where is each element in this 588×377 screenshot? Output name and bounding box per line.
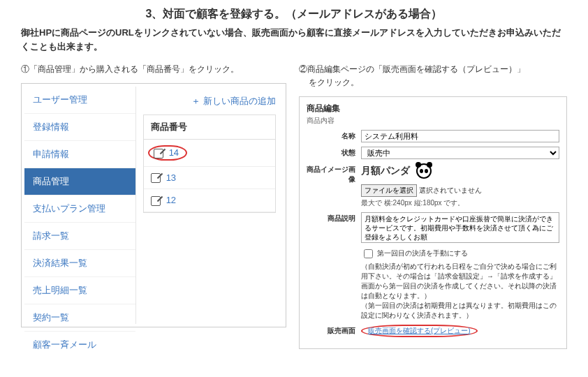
desc-label: 商品説明	[307, 212, 361, 223]
desc-field[interactable]	[361, 212, 559, 243]
sidebar-item-bulk-mail[interactable]: 顧客一斉メール	[24, 332, 135, 356]
name-field[interactable]	[361, 130, 559, 142]
section-subheading: 御社HPに商品ページのURLをリンクされていない場合、販売画面から顧客に直接メー…	[21, 26, 567, 53]
sidebar-item-application[interactable]: 申請情報	[24, 141, 135, 168]
file-note: 最大で 横:240px 縦:180px です。	[361, 198, 559, 208]
manual-first-payment-checkbox[interactable]	[364, 249, 373, 258]
edit-icon	[151, 196, 161, 206]
edit-icon	[151, 173, 161, 183]
step-2-caption: ②商品編集ページの「販売画面を確認する（プレビュー）」 をクリック。	[299, 63, 567, 89]
right-panel: 商品編集 商品内容 名称 状態 販売中 商品イメージ画像 月額パ	[299, 96, 567, 349]
sidebar-item-user-mgmt[interactable]: ユーザー管理	[24, 87, 135, 114]
edit-icon	[154, 149, 163, 158]
sidebar-item-contracts[interactable]: 契約一覧	[24, 304, 135, 332]
sidebar-item-product-mgmt[interactable]: 商品管理	[24, 168, 135, 195]
sidebar-item-settlement-results[interactable]: 決済結果一覧	[24, 250, 135, 277]
left-panel: ユーザー管理 登録情報 申請情報 商品管理 支払いプラン管理 請求一覧 決済結果…	[21, 83, 286, 327]
step-1-caption: ①「商品管理」から購入される「商品番号」をクリック。	[21, 63, 286, 76]
table-row[interactable]: 13	[144, 167, 275, 190]
checkbox-detail: （自動決済が初めて行われる日程をご自分で決める場合にご利用下さい。その場合は「請…	[361, 262, 559, 320]
status-label: 状態	[307, 147, 361, 158]
preview-link[interactable]: 販売画面を確認する(プレビュー)	[368, 327, 471, 334]
checkbox-label: 第一回目の決済を手動にする	[377, 249, 468, 257]
sidebar-item-invoices[interactable]: 請求一覧	[24, 223, 135, 250]
panel-subtitle: 商品内容	[307, 116, 559, 130]
sidebar-item-registration[interactable]: 登録情報	[24, 114, 135, 141]
left-column: ①「商品管理」から購入される「商品番号」をクリック。 ユーザー管理 登録情報 申…	[21, 63, 286, 349]
panel-title: 商品編集	[307, 101, 559, 116]
right-column: ②商品編集ページの「販売画面を確認する（プレビュー）」 をクリック。 商品編集 …	[299, 63, 567, 349]
file-status: 選択されていません	[419, 186, 482, 194]
name-label: 名称	[307, 130, 361, 141]
content-area: ＋ 新しい商品の追加 商品番号 14 13	[136, 87, 283, 324]
table-row[interactable]: 14	[144, 140, 275, 167]
section-heading: 3、対面で顧客を登録する。（メールアドレスがある場合）	[21, 7, 567, 22]
sidebar-item-sales-detail[interactable]: 売上明細一覧	[24, 277, 135, 304]
product-number: 14	[169, 147, 179, 158]
product-number: 12	[166, 195, 176, 205]
preview-label: 販売画面	[307, 325, 361, 336]
image-label: 商品イメージ画像	[307, 163, 361, 184]
panda-icon	[416, 163, 432, 179]
sidebar-item-payment-plan[interactable]: 支払いプラン管理	[24, 195, 135, 223]
file-select-button[interactable]: ファイルを選択	[361, 184, 417, 197]
table-row[interactable]: 12	[144, 189, 275, 212]
sidebar: ユーザー管理 登録情報 申請情報 商品管理 支払いプラン管理 請求一覧 決済結果…	[24, 87, 136, 324]
brand-name: 月額パンダ	[361, 165, 410, 177]
status-select[interactable]: 販売中	[361, 147, 559, 159]
product-number: 13	[166, 172, 176, 183]
table-header: 商品番号	[144, 115, 275, 140]
add-product-link[interactable]: ＋ 新しい商品の追加	[143, 91, 276, 114]
